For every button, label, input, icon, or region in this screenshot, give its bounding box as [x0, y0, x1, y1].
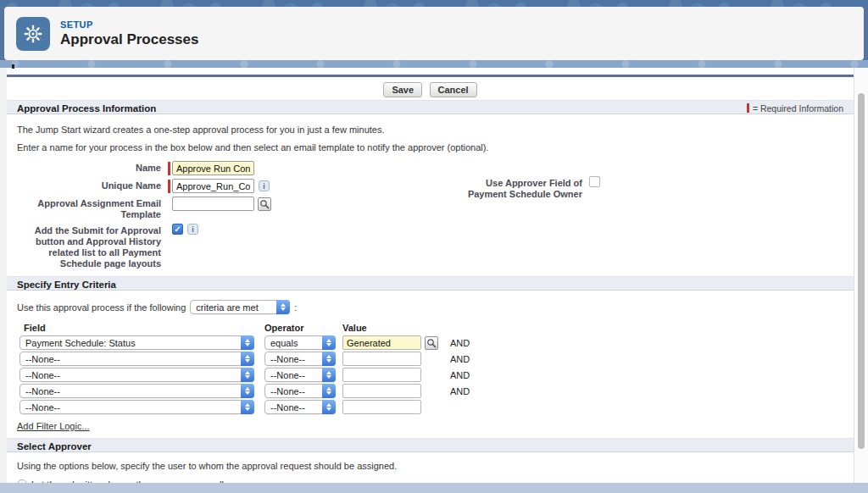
conjunction-label: AND	[450, 386, 476, 396]
email-template-input[interactable]	[172, 197, 254, 211]
value-input[interactable]	[342, 400, 421, 414]
info-icon[interactable]: i	[187, 224, 198, 235]
unique-name-label: Unique Name	[7, 179, 168, 191]
section-title: Approval Process Information	[17, 103, 156, 114]
criteria-lead-suffix: :	[294, 302, 297, 313]
section-title: Specify Entry Criteria	[17, 280, 116, 290]
select-stepper-icon	[241, 352, 254, 366]
criteria-table-header: Field Operator Value	[19, 323, 854, 333]
criteria-table: Field Operator Value Payment Schedule: S…	[7, 323, 854, 414]
add-submit-checkbox[interactable]: ✓	[172, 224, 183, 235]
scrollbar-track[interactable]	[854, 68, 868, 483]
criteria-mode-select[interactable]: criteria are met	[190, 300, 290, 314]
value-input[interactable]	[342, 335, 421, 350]
select-stepper-icon	[322, 335, 336, 350]
add-submit-row: Add the Submit for Approval button and A…	[7, 224, 854, 269]
add-filter-logic-link[interactable]: Add Filter Logic...	[17, 421, 90, 431]
criteria-row-5: --None-- --None--	[19, 400, 854, 414]
select-stepper-icon	[322, 384, 336, 398]
field-select[interactable]: --None--	[19, 384, 254, 398]
name-row: Name	[7, 161, 854, 175]
setup-gear-icon	[16, 17, 50, 51]
field-select[interactable]: --None--	[19, 352, 254, 366]
add-submit-label: Add the Submit for Approval button and A…	[7, 224, 168, 269]
use-approver-field-label: Use Approver Field of Payment Schedule O…	[449, 176, 589, 200]
use-approver-field-row: Use Approver Field of Payment Schedule O…	[449, 176, 600, 200]
select-stepper-icon	[241, 384, 254, 398]
section-header-select-approver: Select Approver	[7, 438, 854, 452]
info-icon[interactable]: i	[259, 180, 270, 191]
conjunction-label: AND	[450, 354, 476, 364]
setup-content-page: Save Cancel Approval Process Information…	[0, 68, 868, 483]
required-legend-text: = Required Information	[753, 103, 843, 114]
required-bar-icon	[747, 103, 749, 113]
top-chrome-strip	[0, 0, 868, 7]
conjunction-label: AND	[450, 338, 476, 348]
intro-line-1: The Jump Start wizard creates a one-step…	[17, 125, 854, 135]
criteria-row-2: --None-- --None-- AND	[19, 352, 854, 366]
save-button[interactable]: Save	[383, 82, 422, 97]
lookup-magnifier-icon[interactable]	[258, 197, 271, 211]
criteria-lead-text: Use this approval process if the followi…	[17, 302, 186, 313]
toolbar: Save Cancel	[7, 81, 854, 98]
field-select[interactable]: --None--	[19, 400, 254, 414]
operator-select[interactable]: --None--	[264, 368, 336, 382]
unique-name-row: Unique Name i	[7, 179, 854, 193]
bottom-chrome-band	[0, 483, 868, 493]
approver-lead: Using the options below, specify the use…	[17, 461, 854, 471]
operator-select[interactable]: --None--	[264, 384, 336, 398]
intro-line-2: Enter a name for your process in the box…	[17, 142, 854, 152]
section-header-specify-entry-criteria: Specify Entry Criteria	[7, 276, 854, 291]
name-label: Name	[7, 161, 168, 174]
required-bar-icon	[168, 162, 170, 175]
value-input[interactable]	[342, 368, 421, 382]
setup-header: SETUP Approval Processes	[4, 7, 864, 60]
info-form: Name Unique Name i Approval Assignment E…	[7, 161, 854, 269]
conjunction-label: AND	[450, 370, 476, 380]
cancel-button[interactable]: Cancel	[430, 82, 477, 97]
value-input[interactable]	[342, 384, 421, 398]
value-input[interactable]	[342, 352, 421, 366]
field-select[interactable]: Payment Schedule: Status	[19, 335, 254, 350]
form-canvas: Save Cancel Approval Process Information…	[7, 68, 854, 483]
select-stepper-icon	[241, 335, 254, 350]
criteria-row-1: Payment Schedule: Status equals AND	[19, 335, 854, 350]
column-header-field: Field	[19, 323, 264, 333]
header-divider-band	[0, 60, 868, 68]
lookup-magnifier-icon[interactable]	[425, 336, 438, 350]
use-approver-field-checkbox[interactable]	[589, 176, 600, 187]
criteria-row-4: --None-- --None-- AND	[19, 384, 854, 398]
criteria-row-3: --None-- --None-- AND	[19, 368, 854, 382]
select-stepper-icon	[276, 300, 290, 314]
column-header-value: Value	[342, 323, 423, 333]
scrollbar-thumb[interactable]	[858, 93, 865, 449]
operator-select[interactable]: --None--	[264, 352, 336, 366]
required-bar-icon	[168, 180, 170, 193]
email-template-row: Approval Assignment Email Template	[7, 197, 854, 220]
name-input[interactable]	[172, 161, 254, 175]
column-header-operator: Operator	[264, 323, 342, 333]
required-legend: = Required Information	[747, 103, 843, 114]
criteria-lead: Use this approval process if the followi…	[17, 300, 854, 314]
section-header-approval-process-information: Approval Process Information = Required …	[7, 100, 854, 114]
select-stepper-icon	[322, 400, 336, 414]
page-title: Approval Processes	[60, 31, 198, 48]
unique-name-input[interactable]	[172, 179, 254, 193]
setup-breadcrumb: SETUP	[60, 19, 198, 30]
select-stepper-icon	[241, 400, 254, 414]
select-stepper-icon	[322, 368, 336, 382]
operator-select[interactable]: --None--	[264, 400, 336, 414]
clipped-text-fragment	[12, 64, 14, 69]
form-top-rule	[7, 75, 854, 77]
section-title: Select Approver	[17, 441, 92, 451]
select-stepper-icon	[241, 368, 254, 382]
email-template-label: Approval Assignment Email Template	[7, 197, 168, 220]
field-select[interactable]: --None--	[19, 368, 254, 382]
operator-select[interactable]: equals	[264, 335, 336, 350]
select-stepper-icon	[322, 352, 336, 366]
